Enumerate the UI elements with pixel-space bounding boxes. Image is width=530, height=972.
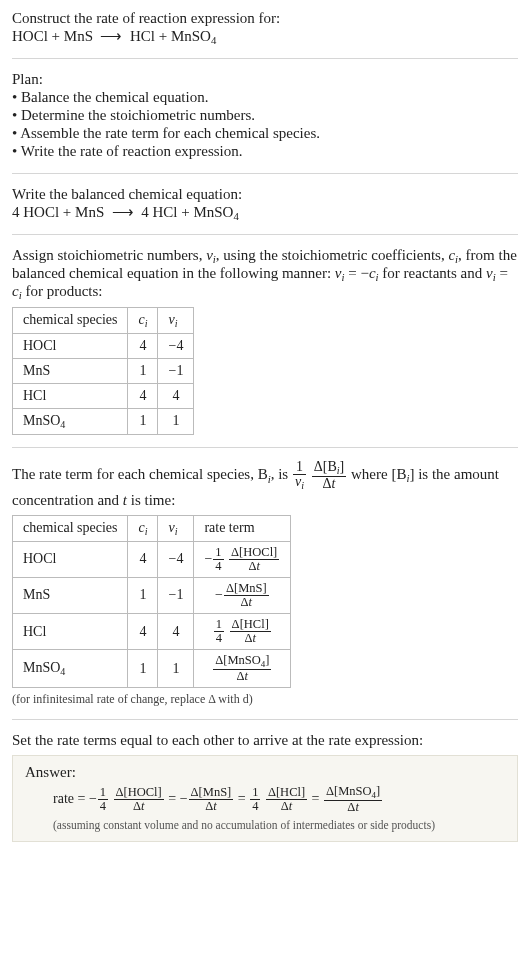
answer-box: Answer: rate = −14 Δ[HOCl]Δt = −Δ[MnS]Δt… <box>12 755 518 841</box>
rate-term-intro: The rate term for each chemical species,… <box>12 460 518 509</box>
section-rate-terms: The rate term for each chemical species,… <box>12 460 518 721</box>
cell-v: 4 <box>158 614 194 650</box>
cell-c: 1 <box>128 408 158 434</box>
final-heading: Set the rate terms equal to each other t… <box>12 732 518 749</box>
cell-rate: −Δ[MnS]Δt <box>194 577 291 613</box>
plan-item: • Write the rate of reaction expression. <box>12 143 518 160</box>
cell-c: 4 <box>128 541 158 577</box>
balanced-equation: 4 HOCl + MnS ⟶ 4 HCl + MnSO4 <box>12 203 518 222</box>
section-prompt: Construct the rate of reaction expressio… <box>12 10 518 59</box>
rate-term-footnote: (for infinitesimal rate of change, repla… <box>12 692 518 707</box>
table-row: MnSO4 1 1 Δ[MnSO4]Δt <box>13 650 291 688</box>
cell-rate: Δ[MnSO4]Δt <box>194 650 291 688</box>
col-rate: rate term <box>194 515 291 541</box>
section-stoich: Assign stoichiometric numbers, νi, using… <box>12 247 518 448</box>
cell-v: 1 <box>158 650 194 688</box>
cell-species: MnSO4 <box>13 408 128 434</box>
rate-expression: rate = −14 Δ[HOCl]Δt = −Δ[MnS]Δt = 14 Δ[… <box>53 785 505 814</box>
stoich-intro: Assign stoichiometric numbers, νi, using… <box>12 247 518 301</box>
balanced-heading: Write the balanced chemical equation: <box>12 186 518 203</box>
cell-species: HCl <box>13 614 128 650</box>
cell-species: MnS <box>13 577 128 613</box>
cell-rate: −14 Δ[HOCl]Δt <box>194 541 291 577</box>
stoich-table: chemical species ci νi HOCl 4 −4 MnS 1 −… <box>12 307 194 435</box>
prompt-text: Construct the rate of reaction expressio… <box>12 10 518 27</box>
plan-list: • Balance the chemical equation. • Deter… <box>12 89 518 160</box>
cell-v: −4 <box>158 333 194 358</box>
one-over-nu: 1νi <box>293 460 306 492</box>
cell-species: HOCl <box>13 333 128 358</box>
cell-v: 1 <box>158 408 194 434</box>
cell-c: 4 <box>128 614 158 650</box>
cell-c: 4 <box>128 383 158 408</box>
cell-c: 1 <box>128 650 158 688</box>
unbalanced-equation: HOCl + MnS ⟶ HCl + MnSO4 <box>12 27 518 46</box>
table-row: HOCl 4 −4 <box>13 333 194 358</box>
answer-label: Answer: <box>25 764 505 781</box>
rate-assumption: (assuming constant volume and no accumul… <box>53 819 505 831</box>
cell-species: HOCl <box>13 541 128 577</box>
table-header-row: chemical species ci νi rate term <box>13 515 291 541</box>
col-v: νi <box>158 515 194 541</box>
col-c: ci <box>128 515 158 541</box>
table-row: MnS 1 −1 <box>13 358 194 383</box>
plan-item: • Balance the chemical equation. <box>12 89 518 106</box>
table-row: MnSO4 1 1 <box>13 408 194 434</box>
delta-b-over-dt: Δ[Bi]Δt <box>312 460 347 492</box>
col-c: ci <box>128 308 158 334</box>
col-species: chemical species <box>13 308 128 334</box>
cell-v: −4 <box>158 541 194 577</box>
col-v: νi <box>158 308 194 334</box>
cell-v: 4 <box>158 383 194 408</box>
table-header-row: chemical species ci νi <box>13 308 194 334</box>
cell-v: −1 <box>158 577 194 613</box>
table-row: HCl 4 4 <box>13 383 194 408</box>
cell-c: 1 <box>128 358 158 383</box>
section-balanced: Write the balanced chemical equation: 4 … <box>12 186 518 235</box>
plan-item: • Determine the stoichiometric numbers. <box>12 107 518 124</box>
cell-species: HCl <box>13 383 128 408</box>
section-plan: Plan: • Balance the chemical equation. •… <box>12 71 518 174</box>
plan-item: • Assemble the rate term for each chemic… <box>12 125 518 142</box>
plan-heading: Plan: <box>12 71 518 88</box>
cell-rate: 14 Δ[HCl]Δt <box>194 614 291 650</box>
table-row: MnS 1 −1 −Δ[MnS]Δt <box>13 577 291 613</box>
cell-v: −1 <box>158 358 194 383</box>
col-species: chemical species <box>13 515 128 541</box>
cell-c: 4 <box>128 333 158 358</box>
table-row: HCl 4 4 14 Δ[HCl]Δt <box>13 614 291 650</box>
cell-species: MnSO4 <box>13 650 128 688</box>
cell-c: 1 <box>128 577 158 613</box>
table-row: HOCl 4 −4 −14 Δ[HOCl]Δt <box>13 541 291 577</box>
section-final: Set the rate terms equal to each other t… <box>12 732 518 853</box>
rate-term-table: chemical species ci νi rate term HOCl 4 … <box>12 515 291 689</box>
cell-species: MnS <box>13 358 128 383</box>
